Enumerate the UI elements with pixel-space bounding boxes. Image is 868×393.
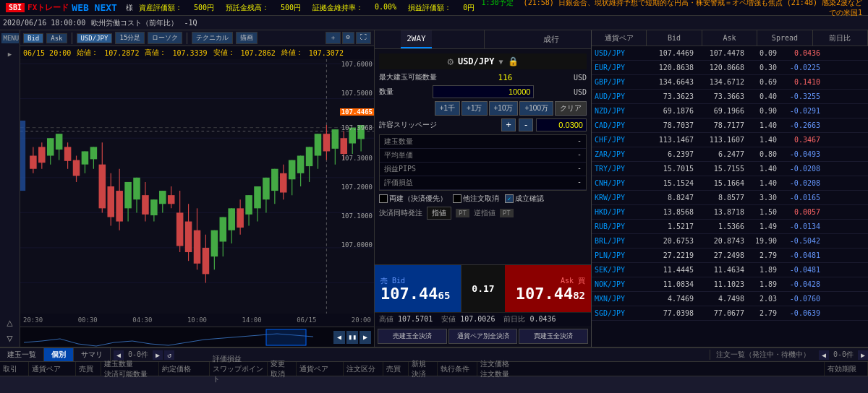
bc-refresh-btn[interactable]: ↺ (164, 350, 174, 360)
rate-pair-8[interactable]: TRY/JPY (592, 165, 646, 173)
rate-pair-1[interactable]: EUR/JPY (592, 64, 646, 72)
rate-pair-10[interactable]: KRW/JPY (592, 194, 646, 202)
rates-table: USD/JPY 107.4469 107.4478 0.09 0.0436 EU… (592, 46, 868, 347)
minimap-play-btn[interactable]: ▮▮ (346, 331, 358, 344)
rate-row[interactable]: SEK/JPY 11.4445 11.4634 1.89 -0.0481 (592, 263, 868, 277)
pos-row-avg: 平均単価 - (380, 149, 586, 163)
rate-pair-13[interactable]: BRL/JPY (592, 237, 646, 245)
rate-pair-9[interactable]: CNH/JPY (592, 179, 646, 187)
slip-input[interactable] (536, 118, 587, 131)
chart-canvas[interactable]: 107.6000 107.5000 107.4465 107.3968 107.… (20, 59, 374, 314)
chart-add-btn[interactable]: ＋ (326, 32, 341, 44)
rate-pair-16[interactable]: NOK/JPY (592, 280, 646, 288)
pnl-value: 0円 (463, 3, 475, 13)
rate-row[interactable]: CHF/JPY 113.1467 113.1607 1.40 0.3467 (592, 133, 868, 147)
rate-row[interactable]: CAD/JPY 78.7037 78.7177 1.40 -0.2663 (592, 118, 868, 133)
rate-row[interactable]: BRL/JPY 20.6753 20.8743 19.90 -0.5042 (592, 234, 868, 249)
high-value: 107.3339 (172, 49, 207, 57)
rate-pair-15[interactable]: SEK/JPY (592, 266, 646, 274)
rate-row[interactable]: TRY/JPY 15.7015 15.7155 1.40 -0.0208 (592, 162, 868, 176)
rate-spread-3: 0.40 (747, 92, 780, 100)
rate-pair-4[interactable]: NZD/JPY (592, 107, 646, 115)
rate-row[interactable]: USD/JPY 107.4469 107.4478 0.09 0.0436 (592, 46, 868, 61)
rate-spread-11: 1.50 (747, 208, 780, 216)
gear-icon[interactable]: ⚙ (447, 56, 453, 67)
rate-pair-11[interactable]: HKD/JPY (592, 208, 646, 216)
scroll-up-icon[interactable]: △ (7, 316, 12, 328)
ask-tab[interactable]: Ask (46, 33, 67, 43)
rate-pair-12[interactable]: RUB/JPY (592, 223, 646, 230)
rate-row[interactable]: KRW/JPY 8.8247 8.8577 3.30 -0.0165 (592, 191, 868, 205)
rate-pair-14[interactable]: PLN/JPY (592, 251, 646, 259)
pair-selector[interactable]: USD/JPY (77, 33, 113, 43)
rate-row[interactable]: NZD/JPY 69.1876 69.1966 0.90 -0.0291 (592, 104, 868, 118)
buy-button[interactable]: Ask 買 107.4482 (505, 265, 591, 312)
qty-btn-1k[interactable]: +1千 (435, 101, 460, 116)
chart-fullscreen-btn[interactable]: ⛶ (356, 32, 371, 44)
pos-label-pips: 損益PIPS (384, 164, 416, 174)
scroll-down-icon[interactable]: ▽ (7, 332, 12, 344)
draw-btn[interactable]: 描画 (236, 32, 258, 44)
order-type-sashine[interactable]: 指値 (427, 207, 451, 220)
menu-button[interactable]: MENU (1, 33, 19, 43)
chart-settings-btn[interactable]: ⚙ (342, 32, 354, 44)
rate-row[interactable]: MXN/JPY 4.7469 4.7498 2.03 -0.0760 (592, 292, 868, 306)
minimap-prev-btn[interactable]: ◀ (333, 331, 345, 344)
rate-pair-7[interactable]: ZAR/JPY (592, 150, 646, 158)
tab-2way[interactable]: 2WAY (401, 30, 432, 48)
rate-pair-18[interactable]: SGD/JPY (592, 309, 646, 317)
bid-tab[interactable]: Bid (23, 33, 43, 43)
rate-row[interactable]: RUB/JPY 1.5217 1.5366 1.49 -0.0134 (592, 220, 868, 234)
rate-row[interactable]: ZAR/JPY 6.2397 6.2477 0.80 -0.0493 (592, 147, 868, 162)
rate-pair-3[interactable]: AUD/JPY (592, 92, 646, 100)
order-next-btn[interactable]: ▶ (858, 350, 868, 360)
rate-row[interactable]: EUR/JPY 120.8638 120.8668 0.30 -0.0225 (592, 61, 868, 75)
lock-icon[interactable]: 🔒 (508, 56, 519, 66)
sell-all-btn[interactable]: 売建玉全決済 (378, 329, 447, 344)
price-level-5: 107.3000 (341, 155, 373, 162)
buy-all-btn[interactable]: 買建玉全決済 (519, 329, 588, 344)
rate-pair-2[interactable]: GBP/JPY (592, 78, 646, 86)
rate-row[interactable]: AUD/JPY 73.3623 73.3663 0.40 -0.3255 (592, 90, 868, 104)
qty-btn-10m[interactable]: +10万 (489, 101, 519, 116)
chart-type-selector[interactable]: ローソク (148, 32, 182, 44)
rate-bid-15: 11.4445 (646, 266, 697, 274)
rate-pair-6[interactable]: CHF/JPY (592, 136, 646, 144)
svg-rect-29 (107, 186, 114, 217)
rate-pair-0[interactable]: USD/JPY (592, 49, 646, 57)
rate-ask-10: 8.8577 (697, 194, 747, 202)
rate-row[interactable]: SGD/JPY 77.0398 77.0677 2.79 -0.0639 (592, 306, 868, 321)
rate-pair-5[interactable]: CAD/JPY (592, 121, 646, 129)
rate-row[interactable]: NOK/JPY 11.0834 11.1023 1.89 -0.0428 (592, 277, 868, 292)
tab-nariyuki[interactable]: 成行 (537, 30, 565, 48)
bc-next-btn[interactable]: ▶ (153, 350, 163, 360)
sidebar-collapse-btn[interactable]: ▶ (7, 51, 14, 59)
qty-buttons: +1千 +1万 +10万 +100万 クリア (379, 101, 587, 116)
rate-row[interactable]: CNH/JPY 15.1524 15.1664 1.40 -0.0208 (592, 176, 868, 191)
clear-btn[interactable]: クリア (555, 101, 587, 116)
tab-tategyoku-ichiran[interactable]: 建玉一覧 (0, 348, 44, 361)
margin-label: 預託金残高： (226, 3, 269, 13)
sell-button[interactable]: 売 Bid 107.4465 (375, 265, 461, 312)
qty-btn-100m[interactable]: +100万 (519, 101, 553, 116)
qty-btn-1m[interactable]: +1万 (461, 101, 487, 116)
rate-row[interactable]: PLN/JPY 27.2219 27.2498 2.79 -0.0481 (592, 249, 868, 263)
cb-seiritsu-box[interactable]: ✓ (505, 194, 514, 203)
slip-plus-btn[interactable]: + (501, 118, 516, 131)
rate-row[interactable]: HKD/JPY 13.8568 13.8718 1.50 0.0057 (592, 205, 868, 220)
cb-ryoken: 両建（決済優先） (379, 194, 447, 204)
rate-pair-17[interactable]: MXN/JPY (592, 295, 646, 303)
pair-all-btn[interactable]: 通貨ペア別全決済 (448, 329, 518, 344)
rate-row[interactable]: GBP/JPY 134.6643 134.6712 0.69 0.1410 (592, 75, 868, 90)
cb-hoka-box[interactable] (453, 194, 461, 203)
timeframe-selector[interactable]: 15分足 (115, 32, 145, 44)
order-prev-btn[interactable]: ◀ (819, 350, 829, 360)
tab-kobetsu[interactable]: 個別 (44, 348, 74, 361)
qty-input[interactable] (433, 85, 534, 98)
cb-ryoken-box[interactable] (379, 194, 388, 203)
pos-value-avg: - (577, 150, 582, 160)
technical-btn[interactable]: テクニカル (192, 32, 233, 44)
slip-minus-btn[interactable]: - (519, 118, 533, 131)
dropdown-icon[interactable]: ▼ (498, 58, 503, 66)
minimap-next-btn[interactable]: ▶ (359, 331, 371, 344)
